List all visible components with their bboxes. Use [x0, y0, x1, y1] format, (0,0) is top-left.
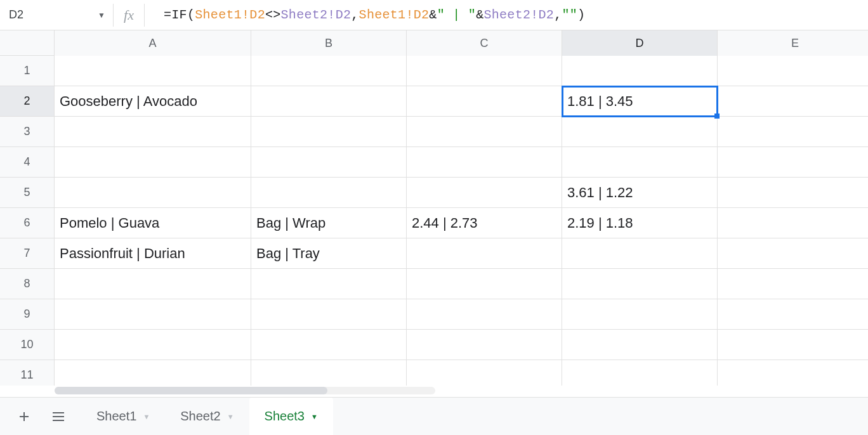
row-header-1[interactable]: 1	[0, 56, 55, 86]
table-row: 53.61 | 1.22	[0, 178, 868, 208]
cell-E8[interactable]	[718, 269, 868, 299]
row-header-9[interactable]: 9	[0, 299, 55, 330]
cell-A1[interactable]	[55, 56, 251, 86]
cell-B3[interactable]	[251, 117, 407, 147]
cell-D9[interactable]	[562, 299, 718, 330]
cell-A7[interactable]: Passionfruit | Durian	[55, 238, 251, 269]
cell-B10[interactable]	[251, 330, 407, 360]
row-header-3[interactable]: 3	[0, 117, 55, 147]
row-header-2[interactable]: 2	[0, 86, 55, 117]
row-header-4[interactable]: 4	[0, 147, 55, 178]
column-header-B[interactable]: B	[251, 30, 407, 56]
sheet-tab-label: Sheet3	[265, 409, 305, 424]
cell-E7[interactable]	[718, 238, 868, 269]
chevron-down-icon[interactable]: ▼	[227, 413, 234, 420]
cell-A3[interactable]	[55, 117, 251, 147]
cell-B1[interactable]	[251, 56, 407, 86]
column-header-E[interactable]: E	[718, 30, 868, 56]
cell-A10[interactable]	[55, 330, 251, 360]
cell-C2[interactable]	[407, 86, 562, 117]
name-box-dropdown-icon[interactable]: ▼	[98, 11, 105, 20]
chevron-down-icon[interactable]: ▼	[143, 413, 150, 420]
cell-B2[interactable]	[251, 86, 407, 117]
sheet-tab-label: Sheet2	[180, 409, 220, 424]
cell-A6[interactable]: Pomelo | Guava	[55, 208, 251, 238]
cell-D4[interactable]	[562, 147, 718, 178]
row-header-5[interactable]: 5	[0, 178, 55, 208]
cell-B8[interactable]	[251, 269, 407, 299]
cell-C7[interactable]	[407, 238, 562, 269]
cell-C1[interactable]	[407, 56, 562, 86]
table-row: 6Pomelo | GuavaBag | Wrap2.44 | 2.732.19…	[0, 208, 868, 238]
cell-A5[interactable]	[55, 178, 251, 208]
column-header-A[interactable]: A	[55, 30, 251, 56]
cell-A4[interactable]	[55, 147, 251, 178]
table-row: 4	[0, 147, 868, 178]
cell-C8[interactable]	[407, 269, 562, 299]
cell-D11[interactable]	[562, 360, 718, 386]
add-sheet-button[interactable]	[13, 405, 36, 428]
table-row: 9	[0, 299, 868, 330]
cell-B9[interactable]	[251, 299, 407, 330]
cell-D5[interactable]: 3.61 | 1.22	[562, 178, 718, 208]
formula-content: =IF(Sheet1!D2<>Sheet2!D2,Sheet1!D2&" | "…	[164, 8, 585, 22]
cell-A9[interactable]	[55, 299, 251, 330]
sheet-tab-sheet2[interactable]: Sheet2▼	[165, 398, 249, 436]
sheet-tab-sheet1[interactable]: Sheet1▼	[81, 398, 165, 436]
horizontal-scroll[interactable]	[0, 386, 868, 397]
row-header-7[interactable]: 7	[0, 238, 55, 269]
sheet-tab-strip: Sheet1▼Sheet2▼Sheet3▼	[0, 397, 868, 435]
formula-input[interactable]: =IF(Sheet1!D2<>Sheet2!D2,Sheet1!D2&" | "…	[145, 4, 863, 27]
cell-D6[interactable]: 2.19 | 1.18	[562, 208, 718, 238]
cell-C6[interactable]: 2.44 | 2.73	[407, 208, 562, 238]
table-row: 1	[0, 56, 868, 86]
all-sheets-icon	[51, 409, 66, 424]
cell-C3[interactable]	[407, 117, 562, 147]
cell-E5[interactable]	[718, 178, 868, 208]
cell-B5[interactable]	[251, 178, 407, 208]
hscroll-thumb[interactable]	[55, 387, 327, 394]
cell-E3[interactable]	[718, 117, 868, 147]
column-header-C[interactable]: C	[407, 30, 562, 56]
hscroll-track[interactable]	[55, 387, 435, 394]
cell-E2[interactable]	[718, 86, 868, 117]
cell-A2[interactable]: Gooseberry | Avocado	[55, 86, 251, 117]
select-all-corner[interactable]	[0, 30, 55, 56]
cell-E11[interactable]	[718, 360, 868, 386]
name-box[interactable]: D2 ▼	[5, 4, 113, 27]
cell-B4[interactable]	[251, 147, 407, 178]
row-header-10[interactable]: 10	[0, 330, 55, 360]
cell-C5[interactable]	[407, 178, 562, 208]
cell-B7[interactable]: Bag | Tray	[251, 238, 407, 269]
cell-E6[interactable]	[718, 208, 868, 238]
cell-E9[interactable]	[718, 299, 868, 330]
row-header-11[interactable]: 11	[0, 360, 55, 386]
cell-B11[interactable]	[251, 360, 407, 386]
cell-D3[interactable]	[562, 117, 718, 147]
cell-E10[interactable]	[718, 330, 868, 360]
sheet-tab-label: Sheet1	[96, 409, 136, 424]
cell-C9[interactable]	[407, 299, 562, 330]
cell-D7[interactable]	[562, 238, 718, 269]
formula-bar: D2 ▼ fx =IF(Sheet1!D2<>Sheet2!D2,Sheet1!…	[0, 0, 868, 30]
cell-C10[interactable]	[407, 330, 562, 360]
row-header-6[interactable]: 6	[0, 208, 55, 238]
cell-B6[interactable]: Bag | Wrap	[251, 208, 407, 238]
cell-E4[interactable]	[718, 147, 868, 178]
cell-D10[interactable]	[562, 330, 718, 360]
name-box-value: D2	[9, 8, 23, 22]
cell-D2[interactable]: 1.81 | 3.45	[562, 86, 718, 117]
sheet-tab-sheet3[interactable]: Sheet3▼	[249, 398, 333, 436]
row-header-8[interactable]: 8	[0, 269, 55, 299]
cell-C4[interactable]	[407, 147, 562, 178]
all-sheets-button[interactable]	[47, 405, 70, 428]
cell-C11[interactable]	[407, 360, 562, 386]
cell-A11[interactable]	[55, 360, 251, 386]
cell-A8[interactable]	[55, 269, 251, 299]
chevron-down-icon[interactable]: ▼	[311, 413, 318, 420]
column-header-D[interactable]: D	[562, 30, 718, 56]
cell-D1[interactable]	[562, 56, 718, 86]
cell-E1[interactable]	[718, 56, 868, 86]
cell-D8[interactable]	[562, 269, 718, 299]
plus-icon	[16, 409, 32, 424]
